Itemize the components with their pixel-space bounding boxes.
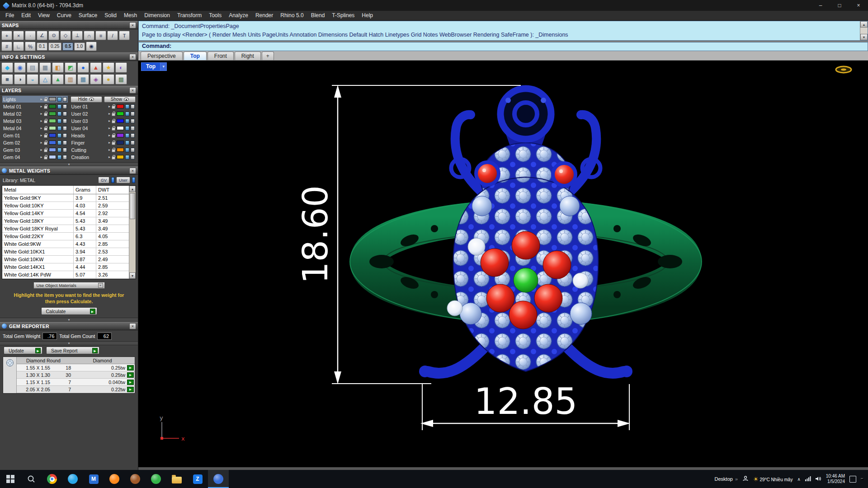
layer-state-icon[interactable] — [63, 133, 67, 138]
lock-icon[interactable] — [112, 113, 115, 116]
layer-expand-arrow[interactable]: ▸ — [108, 148, 110, 152]
layer-finger[interactable]: Finger▸ — [71, 139, 136, 146]
metal-weights-header[interactable]: METAL WEIGHTS × — [0, 166, 138, 175]
lock-icon[interactable] — [44, 156, 47, 160]
layers-close-button[interactable]: × — [129, 87, 136, 94]
layer-material-icon[interactable] — [57, 112, 61, 116]
taskbar-app-green[interactable] — [146, 470, 166, 488]
layer-creation[interactable]: Creation▸ — [71, 154, 136, 160]
center-snap-button[interactable]: ⊙ — [48, 31, 59, 40]
angle-snap-button[interactable]: ∠ — [37, 31, 47, 40]
layer-state-icon[interactable] — [63, 148, 67, 152]
viewport-title-button[interactable]: Top — [141, 62, 160, 71]
menu-mesh[interactable]: Mesh — [120, 11, 141, 20]
metal-row[interactable]: White Gold:10KX13.942.53 — [2, 248, 129, 256]
tab-perspective[interactable]: Perspective — [141, 52, 183, 60]
scroll-thumb[interactable] — [130, 193, 135, 219]
planar-toggle-button[interactable]: % — [25, 42, 36, 51]
layer-material-icon[interactable] — [125, 133, 129, 138]
layer-color-swatch[interactable] — [49, 133, 56, 137]
layer-cutting[interactable]: Cutting▸ — [71, 146, 136, 153]
layer-expand-arrow[interactable]: ▸ — [40, 155, 42, 159]
intersection-snap-button[interactable]: ◇ — [60, 31, 71, 40]
use-object-materials-button[interactable]: Use Object Materials × — [33, 282, 105, 289]
lock-icon[interactable] — [112, 156, 115, 160]
scroll-track[interactable] — [129, 192, 136, 272]
report-icon[interactable]: ▤ — [27, 62, 38, 73]
layer-state-icon[interactable] — [63, 104, 67, 109]
tab-right[interactable]: Right — [235, 52, 261, 60]
compass-icon[interactable] — [836, 66, 851, 73]
menu-transform[interactable]: Transform — [174, 11, 205, 20]
command-history-scrollbar[interactable]: ▲ ▼ — [860, 21, 868, 40]
metal-row[interactable]: Yellow Gold:10KY4.032.59 — [2, 202, 129, 210]
metal-row[interactable]: Yellow Gold:18KY Royal5.433.49 — [2, 225, 129, 233]
show-button[interactable]: Show — [104, 96, 136, 103]
layer-state-icon[interactable] — [63, 97, 67, 102]
gem-reporter-header[interactable]: GEM REPORTER × — [0, 322, 138, 330]
taskbar-chrome[interactable] — [42, 470, 62, 488]
layout-mode-icon[interactable]: ▥ — [65, 74, 76, 84]
lock-icon[interactable] — [44, 142, 47, 145]
layer-material-icon[interactable] — [57, 126, 61, 131]
menu-curve[interactable]: Curve — [53, 11, 75, 20]
layers-panel-header[interactable]: LAYERS × — [0, 86, 138, 94]
camera-icon[interactable]: ◐ — [115, 62, 127, 73]
knot-snap-button[interactable]: / — [107, 31, 118, 40]
menu-render[interactable]: Render — [252, 11, 277, 20]
gem-row-action-button[interactable]: ▶ — [127, 372, 134, 378]
layer-expand-arrow[interactable]: ▸ — [40, 141, 42, 145]
layer-metal-04[interactable]: Metal 04▸ — [2, 125, 68, 131]
snaps-panel-header[interactable]: SNAPS × — [0, 21, 138, 29]
metal-row[interactable]: Yellow Gold:22KY6.34.05 — [2, 233, 129, 240]
hide-button[interactable]: Hide — [71, 96, 102, 103]
volume-button[interactable] — [816, 476, 821, 482]
lock-icon[interactable] — [44, 120, 47, 123]
layer-color-swatch[interactable] — [117, 155, 124, 159]
tab-top[interactable]: Top — [184, 52, 207, 60]
update-button[interactable]: Update ▶ — [4, 347, 42, 354]
layer-metal-03[interactable]: Metal 03▸ — [2, 117, 68, 124]
palette-icon[interactable]: ◧ — [52, 62, 64, 73]
layer-material-icon[interactable] — [57, 104, 61, 109]
builder-icon[interactable]: ▲ — [90, 62, 102, 73]
layer-state-icon[interactable] — [131, 133, 135, 138]
layer-expand-arrow[interactable]: ▸ — [108, 133, 110, 137]
layer-color-swatch[interactable] — [117, 126, 124, 130]
lock-icon[interactable] — [44, 99, 47, 102]
layer-state-icon[interactable] — [131, 141, 135, 145]
layer-state-icon[interactable] — [131, 155, 135, 160]
layer-color-swatch[interactable] — [49, 126, 56, 130]
layer-expand-arrow[interactable]: ▸ — [40, 119, 42, 123]
layer-user-03[interactable]: User 03▸ — [71, 117, 136, 124]
gem-row[interactable]: 1.30 X 1.30300.25tw▶ — [17, 371, 135, 379]
layer-state-icon[interactable] — [63, 119, 67, 123]
command-prompt-input[interactable]: Command: — [138, 42, 868, 51]
tab-front[interactable]: Front — [208, 52, 234, 60]
menu-tools[interactable]: Tools — [205, 11, 225, 20]
metal-row[interactable]: White Gold:14KX14.442.85 — [2, 263, 129, 271]
people-button[interactable] — [742, 476, 749, 482]
maximize-button[interactable]: □ — [830, 0, 849, 11]
settings-icon[interactable]: ▩ — [115, 74, 127, 84]
layer-state-icon[interactable] — [131, 112, 135, 116]
taskbar-matrix-active[interactable] — [208, 470, 229, 488]
lock-icon[interactable] — [112, 135, 115, 138]
layers-collapse-handle[interactable]: ▾ — [0, 162, 138, 166]
taskbar-mail[interactable]: M — [83, 470, 104, 488]
display-mode-icon[interactable]: ■ — [1, 74, 13, 84]
smart-track-button[interactable]: ◉ — [86, 42, 97, 51]
layer-material-icon[interactable] — [125, 104, 129, 109]
menu-blend[interactable]: Blend — [307, 11, 329, 20]
metal-row[interactable]: White Gold:9KW4.432.85 — [2, 240, 129, 248]
taskbar-zalo[interactable]: Z — [187, 470, 208, 488]
layer-material-icon[interactable] — [57, 141, 61, 145]
layer-material-icon[interactable] — [57, 148, 61, 152]
layer-material-icon[interactable] — [125, 155, 129, 160]
metal-table-scrollbar[interactable]: ▲ ▼ — [129, 186, 136, 279]
end-snap-button[interactable]: + — [1, 31, 12, 40]
command-scroll-up[interactable]: ▲ — [860, 21, 868, 28]
lock-icon[interactable] — [112, 142, 115, 145]
taskbar-folder[interactable] — [166, 470, 187, 488]
layer-state-icon[interactable] — [131, 126, 135, 131]
